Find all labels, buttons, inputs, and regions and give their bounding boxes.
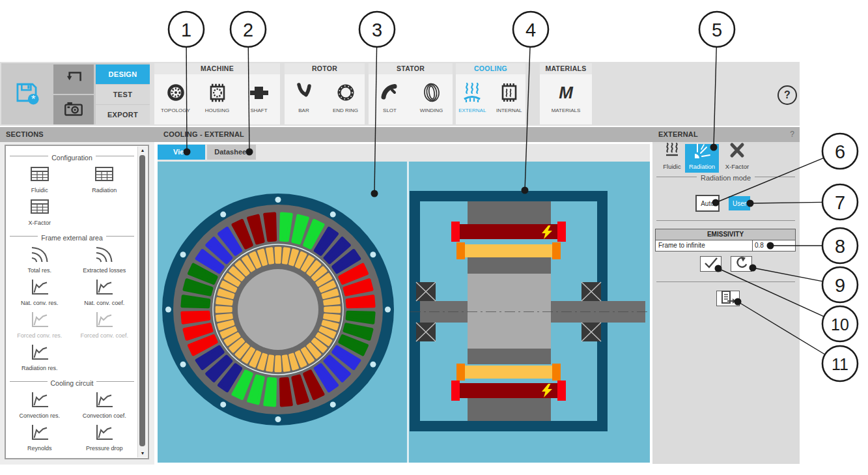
scroll-down-icon[interactable]: ▼ <box>138 450 147 457</box>
bar-icon <box>293 79 315 106</box>
toolbar-item-end-ring[interactable]: END RING <box>327 79 365 113</box>
nav-export[interactable]: EXPORT <box>96 105 150 124</box>
tab-view[interactable]: View <box>158 145 205 160</box>
panel-tab-label: Fluidic <box>663 163 680 170</box>
scroll-up-icon[interactable]: ▲ <box>138 147 147 154</box>
sidebar-item-label: Forced conv. res. <box>17 332 62 339</box>
arcs-icon <box>92 245 116 266</box>
sections-panel: ConfigurationFluidicRadiationX-FactorFra… <box>0 142 154 465</box>
sidebar-item-radiation[interactable]: Radiation <box>72 162 137 195</box>
table-icon <box>28 165 51 186</box>
undo-button[interactable] <box>53 65 94 94</box>
sidebar-item-x-factor[interactable]: X-Factor <box>7 195 72 227</box>
slot-icon <box>379 79 401 106</box>
emissivity-value-field[interactable]: 0.8 <box>752 240 795 251</box>
sidebar-scrollbar[interactable]: ▲ ▼ <box>137 147 147 457</box>
chart-icon <box>28 423 51 444</box>
toolbar-group-cooling: COOLINGEXTERNALINTERNAL <box>456 63 525 124</box>
tab-datasheet[interactable]: Datasheet <box>207 145 256 160</box>
callout-5: 5 <box>699 12 735 47</box>
toolbar-group-label: MACHINE <box>154 63 280 74</box>
radiation-icon <box>692 142 712 162</box>
callout-8: 8 <box>822 228 858 263</box>
sidebar-item-radiation-res[interactable]: Radiation res. <box>7 340 72 373</box>
emissivity-table: EMISSIVITY Frame to infinite 0.8 <box>655 229 796 252</box>
callout-2: 2 <box>231 12 266 47</box>
housing-icon <box>206 79 229 106</box>
help-button[interactable]: ? <box>777 85 797 105</box>
mode-nav: DESIGN TEST EXPORT <box>96 65 150 124</box>
endring-icon <box>335 79 357 106</box>
toolbar-item-label: HOUSING <box>205 108 229 113</box>
undo-arrow-icon <box>62 66 85 93</box>
panel-tab-label: X-Factor <box>725 163 749 170</box>
app-window: * DESIGN TEST EXPORT MACHINETOPOLOGYHOUS… <box>0 0 868 475</box>
axial-cross-section-view <box>409 162 651 463</box>
panel-help-icon[interactable]: ? <box>790 127 794 142</box>
radiation-mode-auto-button[interactable]: Auto <box>695 195 720 212</box>
apply-button[interactable] <box>700 256 721 272</box>
chart-icon <box>28 343 51 364</box>
toolbar-item-bar[interactable]: BAR <box>285 79 323 113</box>
callout-3: 3 <box>359 12 395 47</box>
toolbar-group-label: ROTOR <box>285 63 365 74</box>
panel-tab-x-factor[interactable]: X-Factor <box>720 144 754 173</box>
toolbar-item-internal[interactable]: INTERNAL <box>493 79 526 113</box>
sidebar-item-label: Convection res. <box>19 412 60 419</box>
separator <box>656 220 795 221</box>
callout-10: 10 <box>822 306 858 341</box>
sidebar-item-convection-res[interactable]: Convection res. <box>7 388 72 420</box>
toolbar-item-label: MATERIALS <box>552 108 581 113</box>
export-button[interactable] <box>716 291 740 306</box>
sidebar-item-convection-coef[interactable]: Convection coef. <box>72 388 137 420</box>
toolbar-item-materials[interactable]: MMATERIALS <box>547 79 585 113</box>
sidebar-item-label: Pressure drop <box>86 445 123 452</box>
sidebar-item-forced-conv-coef: Forced conv. coef. <box>72 308 137 340</box>
toolbar-group-rotor: ROTORBAREND RING <box>285 63 365 124</box>
toolbar-item-external[interactable]: EXTERNAL <box>456 79 489 113</box>
nav-design[interactable]: DESIGN <box>96 65 150 84</box>
sidebar-item-nat-conv-coef[interactable]: Nat. conv. coef. <box>72 275 137 308</box>
sidebar-group-legend: Frame external area <box>10 231 134 241</box>
sidebar-item-extracted-losses[interactable]: Extracted losses <box>72 242 137 275</box>
sidebar-item-nat-conv-res[interactable]: Nat. conv. res. <box>7 275 72 308</box>
toolbar-item-topology[interactable]: TOPOLOGY <box>157 79 195 113</box>
sidebar-item-label: Radiation res. <box>21 365 58 371</box>
sidebar-item-pressure-drop[interactable]: Pressure drop <box>72 420 137 453</box>
sections-box: ConfigurationFluidicRadiationX-FactorFra… <box>5 145 149 459</box>
panel-tab-fluidic[interactable]: Fluidic <box>655 144 689 173</box>
toolbar-item-label: INTERNAL <box>496 108 522 113</box>
sidebar-item-label: Total res. <box>27 267 51 274</box>
toolbar-item-housing[interactable]: HOUSING <box>199 79 236 113</box>
sections-header: SECTIONS <box>0 127 160 142</box>
panel-tab-label: Radiation <box>689 163 715 170</box>
panel-tab-radiation[interactable]: Radiation <box>685 144 719 173</box>
sidebar-item-label: Fluidic <box>31 187 48 194</box>
emissivity-table-header: EMISSIVITY <box>656 229 795 240</box>
camera-icon <box>62 97 85 123</box>
scroll-thumb[interactable] <box>139 155 145 446</box>
materials-icon: M <box>555 79 577 106</box>
toolbar-group-materials: MATERIALSMMATERIALS <box>540 63 592 124</box>
sidebar-item-reynolds[interactable]: Reynolds <box>7 420 72 453</box>
export-icon <box>718 290 738 307</box>
toolbar-item-winding[interactable]: WINDING <box>413 79 451 113</box>
chart-icon <box>92 423 116 444</box>
save-button[interactable]: * <box>10 75 43 113</box>
toolbar-item-slot[interactable]: SLOT <box>371 79 409 113</box>
svg-text:8: 8 <box>835 236 845 257</box>
sidebar-group-legend: Configuration <box>10 151 134 161</box>
sidebar-item-label: Nat. conv. res. <box>21 300 58 306</box>
sidebar-group-legend: Cooling circuit <box>10 377 134 386</box>
fluidic-icon <box>662 142 682 162</box>
svg-text:6: 6 <box>835 141 845 162</box>
chart-icon <box>92 278 116 298</box>
nav-test[interactable]: TEST <box>96 85 150 104</box>
radiation-mode-user-button[interactable]: User <box>729 196 750 210</box>
reset-button[interactable] <box>731 256 752 272</box>
sidebar-item-fluidic[interactable]: Fluidic <box>7 162 72 195</box>
sidebar-item-total-res[interactable]: Total res. <box>7 242 72 275</box>
snapshot-button[interactable] <box>53 95 94 124</box>
external-panel-header: EXTERNAL ? <box>652 127 800 142</box>
toolbar-item-shaft[interactable]: SHAFT <box>240 79 278 113</box>
